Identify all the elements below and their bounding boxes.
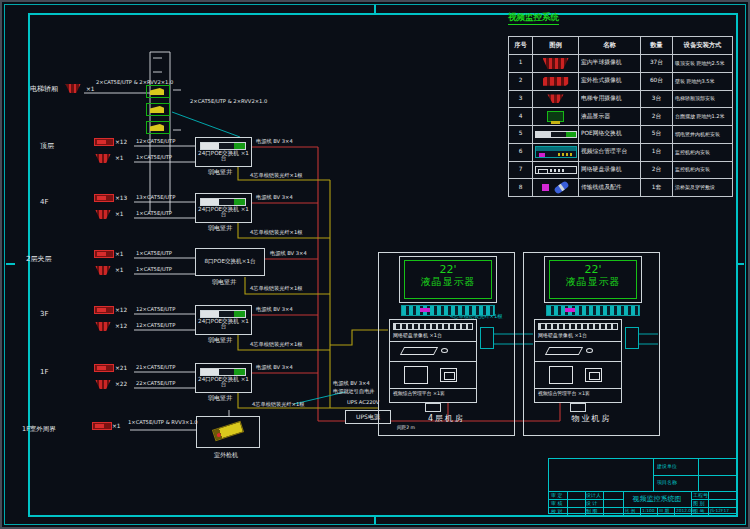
room-name: 4层机房 (379, 413, 514, 424)
shaft-label: 弱电竖井 (208, 225, 232, 231)
power-cable-label: 电源线 BV 3×4 (256, 365, 293, 370)
cable-label: 1×CAT5E/UTP & RVV3×1.0 (128, 420, 198, 425)
legend-install: 吸顶安装 距地约2.5米 (673, 55, 733, 73)
switch-device-icon (200, 368, 246, 376)
bullet-camera-icon (92, 422, 112, 430)
rack-switch-icon (393, 323, 473, 330)
fiber-cable-label: 4芯单模铠装光纤×1根 (250, 286, 302, 291)
design-label: 设 计 (586, 501, 598, 506)
fiber-cable-label: 4芯单模铠装光纤×1根 (250, 173, 302, 178)
legend-no: 2 (509, 72, 533, 90)
titleblock-line (640, 507, 641, 515)
legend-row: 3 电梯专用摄像机 3台 电梯轿厢顶部安装 (509, 90, 733, 108)
shaft-label: 弱电竖井 (212, 279, 236, 285)
legend-row: 8 传输线缆及配件 1套 沿桥架及穿管敷设 (509, 179, 733, 197)
machine-room-block: 22' 液晶显示器 网络硬盘录像机 ×1台 视频综合管理平台 ×1套 物业机房 (523, 252, 660, 436)
fiber-terminal-box (480, 327, 494, 349)
cable-label: 12×CAT5E/UTP (136, 139, 175, 144)
drawing-category-label: 图 别 (693, 501, 705, 506)
outdoor-box-label: 室外枪机 (214, 452, 238, 458)
fiber-cable-label: 4芯单模铠装光纤×1根 (252, 402, 304, 407)
legend-col-symbol: 图例 (533, 37, 579, 55)
poe-switch-icon (535, 131, 577, 138)
cable-label: 13×CAT5E/UTP (136, 195, 175, 200)
cable-label: 1×CAT5E/UTP (136, 267, 172, 272)
legend-qty: 2台 (641, 108, 673, 126)
drawing-no-value: JS-12F17 (710, 509, 729, 513)
date-value: 2012.06 (676, 509, 694, 513)
lcd-screen: 22' 液晶显示器 (549, 260, 637, 299)
legend-qty: 3台 (641, 90, 673, 108)
monitor-type-label: 液晶显示器 (550, 276, 636, 288)
project-no-label: 工程号 (693, 493, 708, 498)
legend-qty: 37台 (641, 55, 673, 73)
legend-col-name: 名称 (579, 37, 641, 55)
lcd-monitor: 22' 液晶显示器 (399, 256, 497, 303)
project-label: 项目名称 (657, 480, 677, 485)
legend-name: 室内半球摄像机 (579, 55, 641, 73)
video-platform-icon (401, 305, 495, 316)
camera-count: ×1 (115, 156, 124, 162)
rack-unit-icon (549, 366, 573, 384)
camera-count: ×12 (115, 324, 127, 330)
bullet-camera-icon (94, 138, 114, 146)
legend-no: 5 (509, 126, 533, 144)
rack-unit-icon (585, 368, 602, 382)
floor-label: 1F (40, 369, 48, 376)
rack-divider (390, 361, 476, 362)
titleblock-line (549, 491, 738, 492)
fiber-cable-label: 4芯单模铠装光纤×1根 (250, 342, 302, 347)
mini-dome-camera-icon (546, 94, 566, 103)
proofer-label: 校 对 (551, 509, 563, 514)
rack-device-label: 网络硬盘录像机 ×1台 (393, 333, 442, 338)
floor-label: 4F (40, 199, 48, 206)
floor-label: 2层夹层 (26, 256, 51, 263)
legend-qty: 1台 (641, 143, 673, 161)
switch-device-icon (200, 198, 246, 206)
legend-col-no: 序号 (509, 37, 533, 55)
rack-platform-label: 视频综合管理平台 ×1套 (393, 392, 445, 397)
camera-count: ×1 (115, 252, 124, 258)
legend-qty: 5台 (641, 126, 673, 144)
shaft-label: 弱电竖井 (208, 395, 232, 401)
camera-count: ×1 (115, 268, 124, 274)
legend-name: 室外枪式摄像机 (579, 72, 641, 90)
checker-label: 审 核 (551, 501, 563, 506)
titleblock-line (698, 459, 699, 491)
cable-label: 1×CAT5E/UTP (136, 211, 172, 216)
legend-name: 传输线缆及配件 (579, 179, 641, 197)
titleblock-line (657, 507, 658, 515)
camera-count: ×1 (115, 212, 124, 218)
rack-unit-icon (440, 368, 457, 382)
power-cable-label: 电源线 BV 3×4 (270, 251, 307, 256)
rack-divider (390, 388, 476, 389)
ups-source-label: 电源就近引自电井 (333, 389, 375, 394)
bullet-camera-icon (94, 364, 114, 372)
legend-no: 7 (509, 161, 533, 179)
legend-row: 4 液晶显示器 2台 台面摆放 距地约1.2米 (509, 108, 733, 126)
switch-label: 24口POE交换机 ×1台 (196, 207, 251, 218)
legend-title: 视频监控系统 (508, 13, 559, 25)
equipment-rack: 网络硬盘录像机 ×1台 视频综合管理平台 ×1套 (534, 319, 622, 403)
floor-label-elevator: 电梯轿厢 (30, 86, 58, 93)
legend-qty: 2台 (641, 161, 673, 179)
legend-name: 视频综合管理平台 (579, 143, 641, 161)
lcd-monitor-icon (547, 111, 564, 122)
legend-qty: 60台 (641, 72, 673, 90)
rack-switch-icon (538, 323, 618, 330)
shaft-label: 弱电竖井 (208, 337, 232, 343)
legend-name: POE网络交换机 (579, 126, 641, 144)
cable-label: 12×CAT5E/UTP (136, 307, 175, 312)
legend-no: 1 (509, 55, 533, 73)
lcd-screen: 22' 液晶显示器 (404, 260, 492, 299)
fiber-cable-label: 4芯单模铠装光纤×1根 (250, 230, 302, 235)
titleblock-line (623, 491, 624, 515)
switch-box: 24口POE交换机 ×1台 (195, 193, 252, 223)
titleblock-line (653, 475, 738, 476)
lcd-monitor: 22' 液晶显示器 (544, 256, 642, 303)
rack-base (570, 403, 586, 412)
outdoor-camera-icon (212, 421, 244, 442)
monitor-size-label: 22' (405, 264, 491, 276)
legend-no: 6 (509, 143, 533, 161)
frame-tick-top (374, 5, 376, 13)
